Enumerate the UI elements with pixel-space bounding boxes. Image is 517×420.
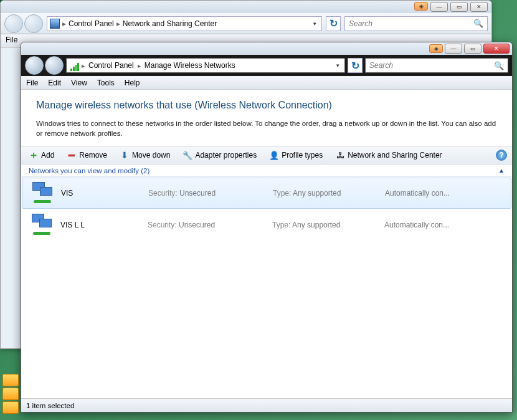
sharing-label: Network and Sharing Center xyxy=(348,151,442,160)
nav-buttons xyxy=(25,56,64,75)
bg-crumb-network-sharing[interactable]: Network and Sharing Center xyxy=(123,19,217,28)
content-header: Manage wireless networks that use (Wirel… xyxy=(21,90,512,146)
search-input[interactable] xyxy=(369,61,494,70)
bg-maximize-button[interactable]: ▭ xyxy=(450,2,468,12)
add-label: Add xyxy=(41,151,54,160)
network-type: Type: Any supported xyxy=(272,221,384,229)
status-text: 1 item selected xyxy=(26,402,74,409)
network-security: Security: Unsecured xyxy=(148,221,272,229)
extra-button[interactable]: ◈ xyxy=(429,44,443,53)
bg-forward-button[interactable] xyxy=(24,14,43,33)
network-icon xyxy=(29,182,56,204)
network-name: VIS xyxy=(61,189,148,198)
remove-button[interactable]: ━ Remove xyxy=(64,149,110,161)
network-auto: Automatically con... xyxy=(384,221,505,229)
toolbar: ＋ Add ━ Remove ⬇ Move down 🔧 Adapter pro… xyxy=(21,146,512,165)
page-description: Windows tries to connect to these networ… xyxy=(36,118,497,138)
search-icon: 🔍 xyxy=(494,61,504,70)
group-header: Networks you can view and modify (2) ▲ xyxy=(21,165,512,177)
breadcrumb-separator-icon: ▸ xyxy=(116,19,120,28)
menu-edit[interactable]: Edit xyxy=(48,79,61,87)
bg-extra-button[interactable]: ◈ xyxy=(414,2,428,11)
status-bar: 1 item selected xyxy=(21,398,512,412)
wifi-icon xyxy=(69,60,80,71)
minus-icon: ━ xyxy=(67,150,77,160)
bg-search-input[interactable] xyxy=(349,19,473,28)
bg-titlebar: ◈ — ▭ ✕ xyxy=(1,1,491,13)
network-row[interactable]: VIS Security: Unsecured Type: Any suppor… xyxy=(22,178,511,209)
sharing-icon: 🖧 xyxy=(335,150,345,160)
move-down-label: Move down xyxy=(132,151,170,160)
taskbar-hint xyxy=(1,373,20,416)
plus-icon: ＋ xyxy=(29,150,39,160)
menu-tools[interactable]: Tools xyxy=(97,79,115,87)
network-security: Security: Unsecured xyxy=(148,189,273,198)
bg-minimize-button[interactable]: — xyxy=(430,2,448,12)
help-button[interactable]: ? xyxy=(496,150,507,161)
breadcrumb[interactable]: ▸ Control Panel ▸ Manage Wireless Networ… xyxy=(66,58,345,73)
profile-icon: 👤 xyxy=(269,150,279,160)
profile-label: Profile types xyxy=(282,151,323,160)
adapter-label: Adapter properties xyxy=(195,151,257,160)
crumb-manage-wireless[interactable]: Manage Wireless Networks xyxy=(142,61,238,70)
network-icon xyxy=(28,214,55,236)
bg-back-button[interactable] xyxy=(4,14,23,33)
menu-file[interactable]: File xyxy=(26,79,38,87)
breadcrumb-dropdown-icon[interactable]: ▾ xyxy=(334,62,342,69)
bg-refresh-button[interactable]: ↻ xyxy=(326,16,341,31)
remove-label: Remove xyxy=(79,151,107,160)
add-button[interactable]: ＋ Add xyxy=(26,149,57,161)
menu-help[interactable]: Help xyxy=(125,79,140,87)
titlebar: ◈ — ▭ ✕ xyxy=(21,42,512,55)
menubar: File Edit View Tools Help xyxy=(21,76,512,90)
network-name: VIS L L xyxy=(60,221,148,229)
forward-button[interactable] xyxy=(45,56,64,75)
group-label: Networks you can view and modify (2) xyxy=(29,167,149,174)
network-type: Type: Any supported xyxy=(273,189,385,198)
maximize-button[interactable]: ▭ xyxy=(464,44,481,54)
search-box[interactable]: 🔍 xyxy=(365,58,508,73)
network-sharing-center-button[interactable]: 🖧 Network and Sharing Center xyxy=(333,149,444,161)
arrow-down-icon: ⬇ xyxy=(120,150,130,160)
network-list: VIS Security: Unsecured Type: Any suppor… xyxy=(21,177,512,398)
collapse-icon[interactable]: ▲ xyxy=(498,167,505,174)
search-icon: 🔍 xyxy=(473,19,483,28)
address-bar: ▸ Control Panel ▸ Manage Wireless Networ… xyxy=(21,55,512,76)
refresh-button[interactable]: ↻ xyxy=(348,58,363,73)
network-auto: Automatically con... xyxy=(385,189,505,198)
adapter-icon: 🔧 xyxy=(183,150,192,160)
breadcrumb-dropdown-icon[interactable]: ▾ xyxy=(311,21,319,27)
bg-address-bar: ▸ Control Panel ▸ Network and Sharing Ce… xyxy=(1,13,491,34)
bg-breadcrumb[interactable]: ▸ Control Panel ▸ Network and Sharing Ce… xyxy=(47,16,322,31)
bg-nav-buttons xyxy=(4,14,43,33)
bg-menu-file[interactable]: File xyxy=(6,36,17,44)
minimize-button[interactable]: — xyxy=(445,44,462,54)
move-down-button[interactable]: ⬇ Move down xyxy=(117,149,173,161)
adapter-properties-button[interactable]: 🔧 Adapter properties xyxy=(180,149,259,161)
bg-close-button[interactable]: ✕ xyxy=(470,2,488,12)
network-row[interactable]: VIS L L Security: Unsecured Type: Any su… xyxy=(21,209,512,241)
close-button[interactable]: ✕ xyxy=(483,44,510,54)
control-panel-icon xyxy=(50,19,60,29)
crumb-control-panel[interactable]: Control Panel xyxy=(86,61,136,70)
manage-wireless-window: ◈ — ▭ ✕ ▸ Control Panel ▸ Manage Wireles… xyxy=(21,42,513,413)
profile-types-button[interactable]: 👤 Profile types xyxy=(267,149,325,161)
breadcrumb-separator-icon: ▸ xyxy=(82,62,85,69)
page-title: Manage wireless networks that use (Wirel… xyxy=(36,100,497,111)
bg-crumb-control-panel[interactable]: Control Panel xyxy=(69,19,114,28)
back-button[interactable] xyxy=(25,56,44,75)
bg-search-box[interactable]: 🔍 xyxy=(344,16,488,31)
breadcrumb-separator-icon: ▸ xyxy=(62,19,66,28)
menu-view[interactable]: View xyxy=(71,79,87,87)
breadcrumb-separator-icon: ▸ xyxy=(138,62,141,69)
